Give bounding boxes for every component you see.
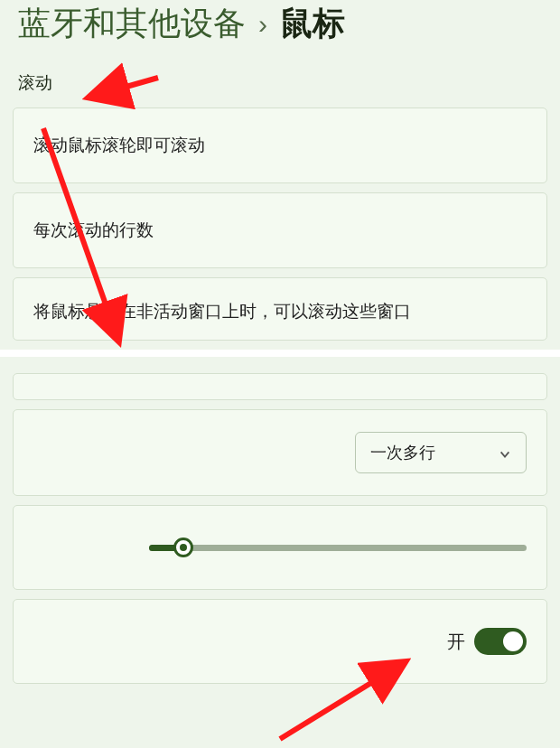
hover-inactive-toggle[interactable] <box>474 628 527 655</box>
setting-label: 将鼠标悬停在非活动窗口上时，可以滚动这些窗口 <box>33 302 411 321</box>
dropdown-value: 一次多行 <box>370 442 435 463</box>
breadcrumb: 蓝牙和其他设备 › 鼠标 <box>0 0 560 62</box>
toggle-knob <box>503 631 523 651</box>
section-title-scroll: 滚动 <box>0 62 560 108</box>
scroll-mode-dropdown[interactable]: 一次多行 <box>355 432 527 473</box>
setting-label: 每次滚动的行数 <box>33 220 154 239</box>
slider-thumb[interactable] <box>173 538 193 557</box>
control-row-lines-slider <box>13 505 547 590</box>
lines-per-scroll-slider[interactable] <box>149 538 527 556</box>
setting-row-lines-per-scroll[interactable]: 每次滚动的行数 <box>13 192 547 268</box>
divider <box>0 350 560 357</box>
toggle-label: 开 <box>447 630 465 654</box>
breadcrumb-parent[interactable]: 蓝牙和其他设备 <box>18 2 246 46</box>
chevron-right-icon: › <box>258 9 267 40</box>
setting-row-hover-inactive[interactable]: 将鼠标悬停在非活动窗口上时，可以滚动这些窗口 <box>13 277 547 341</box>
setting-label: 滚动鼠标滚轮即可滚动 <box>33 136 205 154</box>
setting-row-scroll-wheel[interactable]: 滚动鼠标滚轮即可滚动 <box>13 108 547 183</box>
control-row-hover-toggle: 开 <box>13 599 547 684</box>
spacer-row <box>13 373 547 400</box>
breadcrumb-current: 鼠标 <box>280 2 345 46</box>
control-row-scroll-mode: 一次多行 <box>13 409 547 496</box>
slider-track <box>149 545 527 551</box>
chevron-down-icon <box>499 446 511 459</box>
